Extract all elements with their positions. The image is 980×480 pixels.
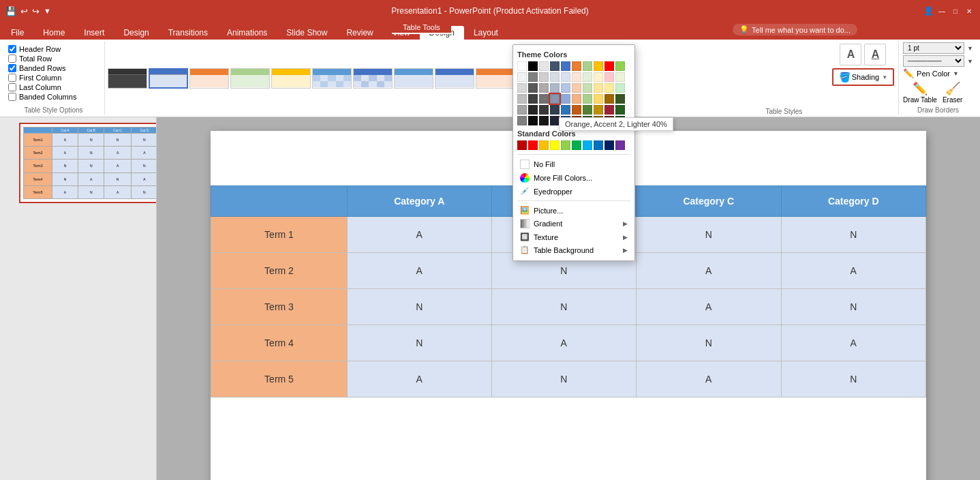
theme-color-swatch-1[interactable] xyxy=(528,61,538,71)
eraser-btn[interactable]: 🧹 Eraser xyxy=(943,81,962,104)
table-background-item[interactable]: 📋 Table Background ▶ xyxy=(517,243,630,256)
gradient-item[interactable]: Gradient ▶ xyxy=(517,217,630,230)
theme-color-swatch-47[interactable] xyxy=(594,105,603,115)
tab-transitions[interactable]: Transitions xyxy=(159,26,217,40)
theme-color-swatch-34[interactable] xyxy=(561,94,570,104)
theme-color-swatch-29[interactable] xyxy=(615,83,625,93)
theme-color-swatch-38[interactable] xyxy=(604,94,614,104)
theme-color-swatch-28[interactable] xyxy=(604,83,614,93)
tab-slideshow[interactable]: Slide Show xyxy=(277,26,337,40)
theme-color-swatch-10[interactable] xyxy=(517,72,527,82)
theme-color-swatch-5[interactable] xyxy=(572,61,581,71)
theme-color-swatch-24[interactable] xyxy=(561,83,570,93)
standard-color-swatch-6[interactable] xyxy=(583,140,592,150)
theme-color-swatch-46[interactable] xyxy=(583,105,592,115)
theme-color-swatch-12[interactable] xyxy=(539,72,549,82)
redo-icon[interactable]: ↪ xyxy=(32,6,40,16)
theme-color-swatch-48[interactable] xyxy=(604,105,614,115)
table-style-3[interactable] xyxy=(189,68,229,89)
minimize-button[interactable]: — xyxy=(936,5,947,16)
pen-style-select[interactable]: ─────── - - - - - xyxy=(903,55,964,67)
standard-color-swatch-9[interactable] xyxy=(615,140,625,150)
tab-insert[interactable]: Insert xyxy=(74,26,114,40)
theme-color-swatch-27[interactable] xyxy=(594,83,603,93)
theme-color-swatch-8[interactable] xyxy=(604,61,614,71)
draw-table-btn[interactable]: ✏️ Draw Table xyxy=(903,81,937,104)
tell-me-box[interactable]: 💡 Tell me what you want to do... xyxy=(733,24,857,35)
table-style-1[interactable] xyxy=(108,68,147,89)
theme-color-swatch-32[interactable] xyxy=(539,94,549,104)
header-row-checkbox[interactable] xyxy=(8,45,16,53)
maximize-button[interactable]: □ xyxy=(950,5,961,16)
theme-color-swatch-21[interactable] xyxy=(528,83,538,93)
close-button[interactable]: ✕ xyxy=(964,5,975,16)
standard-color-swatch-5[interactable] xyxy=(572,140,581,150)
theme-color-swatch-23[interactable] xyxy=(550,83,560,93)
table-style-5[interactable] xyxy=(271,68,311,89)
table-style-2[interactable] xyxy=(149,68,188,89)
first-column-checkbox[interactable] xyxy=(8,74,16,82)
picture-item[interactable]: 🖼️ Picture... xyxy=(517,204,630,217)
theme-color-swatch-25[interactable] xyxy=(572,83,581,93)
table-style-7[interactable] xyxy=(353,68,393,89)
standard-color-swatch-2[interactable] xyxy=(539,140,549,150)
theme-color-swatch-20[interactable] xyxy=(517,83,527,93)
theme-color-swatch-40[interactable] xyxy=(517,105,527,115)
standard-color-swatch-3[interactable] xyxy=(550,140,560,150)
total-row-checkbox[interactable] xyxy=(8,55,16,63)
theme-color-swatch-19[interactable] xyxy=(615,72,625,82)
tab-file[interactable]: File xyxy=(1,26,33,40)
tab-home[interactable]: Home xyxy=(33,26,74,40)
theme-color-swatch-17[interactable] xyxy=(594,72,603,82)
last-column-checkbox[interactable] xyxy=(8,83,16,91)
font-color-btn[interactable]: A xyxy=(840,44,861,65)
standard-color-swatch-7[interactable] xyxy=(594,140,603,150)
theme-color-swatch-2[interactable] xyxy=(539,61,549,71)
theme-color-swatch-26[interactable] xyxy=(583,83,592,93)
theme-color-swatch-49[interactable] xyxy=(615,105,625,115)
tab-layout[interactable]: Layout xyxy=(464,26,508,40)
theme-color-swatch-39[interactable] xyxy=(615,94,625,104)
theme-color-swatch-35[interactable] xyxy=(572,94,581,104)
theme-color-swatch-18[interactable] xyxy=(604,72,614,82)
text-highlight-btn[interactable]: A xyxy=(864,44,886,65)
table-style-10[interactable] xyxy=(476,68,515,89)
shading-button[interactable]: 🪣 Shading ▼ xyxy=(832,68,894,86)
table-style-9[interactable] xyxy=(435,68,474,89)
theme-color-swatch-16[interactable] xyxy=(583,72,592,82)
standard-color-swatch-4[interactable] xyxy=(561,140,570,150)
table-style-6[interactable] xyxy=(312,68,352,89)
theme-color-swatch-30[interactable] xyxy=(517,94,527,104)
eyedropper-item[interactable]: 💉 Eyedropper xyxy=(517,185,630,198)
theme-color-swatch-42[interactable] xyxy=(539,105,549,115)
theme-color-swatch-13[interactable] xyxy=(550,72,560,82)
theme-color-swatch-14[interactable] xyxy=(561,72,570,82)
theme-color-swatch-41[interactable] xyxy=(528,105,538,115)
theme-color-swatch-0[interactable] xyxy=(517,61,527,71)
border-size-select[interactable]: 1 pt 2 pt 3 pt xyxy=(903,42,964,54)
texture-item[interactable]: 🔲 Texture ▶ xyxy=(517,230,630,243)
tab-review[interactable]: Review xyxy=(337,26,382,40)
table-style-8[interactable] xyxy=(394,68,433,89)
tab-animations[interactable]: Animations xyxy=(217,26,277,40)
customize-icon[interactable]: ▼ xyxy=(44,7,51,15)
table-style-4[interactable] xyxy=(230,68,270,89)
theme-color-swatch-37[interactable] xyxy=(594,94,603,104)
banded-rows-checkbox[interactable] xyxy=(8,64,16,72)
theme-color-swatch-33[interactable] xyxy=(550,94,560,104)
theme-color-swatch-22[interactable] xyxy=(539,83,549,93)
theme-color-swatch-45[interactable] xyxy=(572,105,581,115)
tab-design[interactable]: Design xyxy=(114,26,158,40)
theme-color-swatch-11[interactable] xyxy=(528,72,538,82)
standard-color-swatch-1[interactable] xyxy=(528,140,538,150)
more-fill-colors-item[interactable]: More Fill Colors... xyxy=(517,171,630,185)
theme-color-swatch-36[interactable] xyxy=(583,94,592,104)
theme-color-swatch-3[interactable] xyxy=(550,61,560,71)
theme-color-swatch-6[interactable] xyxy=(583,61,592,71)
theme-color-swatch-53[interactable] xyxy=(550,116,560,125)
theme-color-swatch-50[interactable] xyxy=(517,116,527,125)
theme-color-swatch-31[interactable] xyxy=(528,94,538,104)
theme-color-swatch-7[interactable] xyxy=(594,61,603,71)
banded-columns-checkbox[interactable] xyxy=(8,93,16,101)
undo-icon[interactable]: ↩ xyxy=(20,6,28,16)
